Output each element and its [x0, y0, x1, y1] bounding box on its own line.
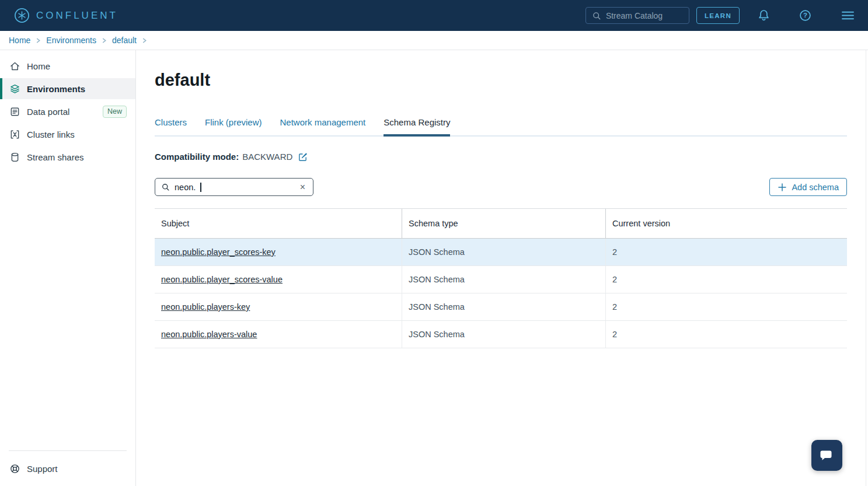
sidebar-item-label: Data portal [27, 107, 69, 117]
home-icon [9, 61, 20, 72]
search-icon [161, 183, 170, 191]
current-version-cell: 2 [605, 293, 847, 320]
schema-type-cell: JSON Schema [402, 321, 605, 348]
column-header-subject: Subject [155, 209, 402, 238]
subject-link[interactable]: neon.public.players-value [161, 330, 257, 339]
sidebar-item-label: Environments [27, 84, 85, 94]
new-badge: New [103, 106, 127, 118]
tab-schema-registry[interactable]: Schema Registry [384, 117, 450, 135]
scroll-edge-divider [866, 50, 866, 486]
edit-pencil-icon[interactable] [298, 152, 308, 162]
subject-link[interactable]: neon.public.player_scores-key [161, 247, 276, 257]
compatibility-mode-value: BACKWARD [242, 152, 292, 162]
schema-toolbar: neon. × Add schema [155, 178, 847, 196]
sidebar-item-label: Support [27, 464, 58, 474]
stream-catalog-search-input[interactable]: Stream Catalog [585, 7, 689, 24]
compatibility-mode-row: Compatibility mode: BACKWARD [155, 152, 847, 162]
sidebar-item-home[interactable]: Home [0, 55, 135, 76]
breadcrumb-home[interactable]: Home [9, 36, 30, 45]
svg-text:?: ? [803, 12, 807, 19]
current-version-cell: 2 [605, 266, 847, 293]
sidebar-item-label: Stream shares [27, 152, 84, 162]
chevron-right-icon [142, 38, 147, 43]
schema-filter-value: neon. [175, 183, 196, 192]
compatibility-mode-label: Compatibility mode: [155, 152, 239, 162]
table-row[interactable]: neon.public.player_scores-value JSON Sch… [155, 266, 847, 293]
cluster-links-icon [9, 129, 20, 140]
sidebar-item-data-portal[interactable]: Data portal New [0, 101, 135, 122]
current-version-cell: 2 [605, 321, 847, 348]
schema-type-cell: JSON Schema [402, 293, 605, 320]
chevron-right-icon [102, 38, 107, 43]
breadcrumb-default[interactable]: default [112, 36, 137, 45]
plus-icon [778, 183, 787, 192]
top-navbar: CONFLUENT Stream Catalog LEARN ? [0, 0, 868, 31]
schema-type-cell: JSON Schema [402, 239, 605, 265]
hamburger-icon[interactable] [841, 9, 855, 22]
schemas-table: Subject Schema type Current version neon… [155, 208, 847, 348]
current-version-cell: 2 [605, 239, 847, 265]
schema-filter-input[interactable]: neon. × [155, 178, 313, 196]
sidebar-item-cluster-links[interactable]: Cluster links [0, 124, 135, 145]
breadcrumb: Home Environments default [0, 31, 868, 50]
tab-bar: Clusters Flink (preview) Network managem… [155, 117, 847, 137]
text-caret [200, 183, 201, 192]
document-icon [9, 106, 20, 117]
chat-fab-button[interactable] [811, 440, 842, 471]
table-header-row: Subject Schema type Current version [155, 208, 847, 239]
chevron-right-icon [36, 38, 41, 43]
tab-flink-preview[interactable]: Flink (preview) [205, 117, 262, 135]
sidebar-item-label: Cluster links [27, 130, 75, 139]
add-schema-label: Add schema [792, 183, 839, 192]
breadcrumb-environments[interactable]: Environments [46, 36, 96, 45]
sidebar-item-support[interactable]: Support [0, 451, 135, 486]
sidebar-item-environments[interactable]: Environments [0, 78, 135, 99]
sidebar-spacer [0, 169, 135, 450]
app-window: CONFLUENT Stream Catalog LEARN ? [0, 0, 868, 486]
main-content: default Clusters Flink (preview) Network… [136, 50, 868, 486]
table-row[interactable]: neon.public.players-key JSON Schema 2 [155, 293, 847, 321]
subject-link[interactable]: neon.public.players-key [161, 302, 250, 312]
table-row[interactable]: neon.public.player_scores-key JSON Schem… [155, 239, 847, 266]
add-schema-button[interactable]: Add schema [769, 178, 847, 196]
clear-search-icon[interactable]: × [298, 181, 307, 193]
learn-button[interactable]: LEARN [696, 7, 740, 24]
search-icon [592, 11, 601, 20]
database-icon [9, 152, 20, 163]
sidebar-item-label: Home [27, 61, 50, 71]
confluent-logo-icon [14, 8, 30, 23]
help-icon[interactable]: ? [799, 9, 812, 22]
page-title: default [155, 70, 847, 90]
schema-type-cell: JSON Schema [402, 266, 605, 293]
bell-icon[interactable] [757, 9, 771, 22]
sidebar-item-stream-shares[interactable]: Stream shares [0, 146, 135, 167]
tab-clusters[interactable]: Clusters [155, 117, 187, 135]
confluent-brand[interactable]: CONFLUENT [14, 8, 118, 23]
column-header-current-version: Current version [605, 209, 847, 238]
subject-link[interactable]: neon.public.player_scores-value [161, 275, 283, 284]
stream-catalog-placeholder: Stream Catalog [606, 11, 663, 20]
table-row[interactable]: neon.public.players-value JSON Schema 2 [155, 321, 847, 348]
column-header-schema-type: Schema type [402, 209, 605, 238]
tab-network-management[interactable]: Network management [280, 117, 366, 135]
chat-bubble-icon [818, 447, 836, 464]
brand-name: CONFLUENT [36, 10, 118, 22]
content-shell: Home Environments Data portal New [0, 50, 868, 486]
layers-icon [9, 83, 20, 95]
lifebuoy-icon [9, 463, 20, 474]
sidebar: Home Environments Data portal New [0, 50, 136, 486]
